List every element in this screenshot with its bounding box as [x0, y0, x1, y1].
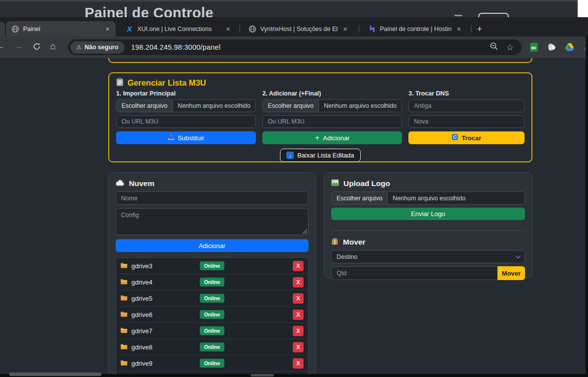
baixar-lista-button[interactable]: ↓ Baixar Lista Editada [280, 149, 361, 162]
card-divider [331, 230, 525, 231]
drive-row: gdrive5 Online X [116, 290, 308, 307]
xui-favicon-icon: X [125, 25, 133, 33]
chevron-down-icon [516, 253, 521, 258]
mover-button[interactable]: Mover [497, 266, 525, 280]
drive-remove-button[interactable]: X [293, 326, 304, 336]
mover-section-title: Mover [343, 238, 366, 247]
close-icon[interactable]: × [104, 25, 111, 32]
drive-status-badge: Online [200, 310, 225, 319]
import-file-input[interactable]: Escolher arquivo Nenhum arquivo escolhid… [116, 99, 256, 112]
substituir-label: Substituir [178, 134, 204, 142]
drive-row: gdrive9 Online X [116, 355, 308, 372]
tab-painel[interactable]: Painel × [6, 21, 116, 36]
dns-old-input[interactable] [408, 99, 525, 112]
drive-status-badge: Online [200, 326, 225, 335]
drive-row: gdrive7 Online X [116, 323, 308, 339]
close-icon[interactable]: × [225, 25, 231, 32]
cloud-adicionar-button[interactable]: Adicionar [116, 239, 309, 252]
package-icon [331, 238, 339, 247]
dns-new-input[interactable] [408, 115, 525, 128]
append-section-label: 2. Adicionar (+Final) [262, 90, 402, 97]
drive-name: gdrive4 [131, 279, 153, 286]
sheets-extension-icon[interactable] [528, 42, 539, 52]
drive-row: gdrive6 Online X [116, 307, 308, 323]
file-choose-button[interactable]: Escolher arquivo [332, 192, 388, 204]
back-icon[interactable]: ← [0, 41, 5, 52]
destination-select-value: Destino [337, 253, 357, 260]
destination-select[interactable]: Destino [331, 250, 525, 263]
substituir-button[interactable]: Substituir [116, 131, 256, 144]
tab-hostinger[interactable]: Painel de controle | Hostinger × [363, 21, 467, 36]
drive-name: gdrive6 [131, 311, 153, 318]
folder-icon [121, 359, 127, 368]
import-url-input[interactable] [116, 115, 256, 128]
dns-section-label: 3. Trocar DNS [408, 90, 525, 97]
logo-card-title: Upload Logo [343, 179, 390, 188]
resize-grip-icon[interactable] [302, 229, 307, 234]
adicionar-final-button[interactable]: + Adicionar [262, 131, 402, 144]
background-window-strip: Painel de Controle [0, 0, 578, 17]
file-choose-button[interactable]: Escolher arquivo [117, 100, 173, 112]
drive-name: gdrive9 [131, 360, 153, 367]
tab-xui[interactable]: X XUI.one | Live Connections × [120, 21, 236, 36]
m3u-card-title: Gerenciar Lista M3U [127, 78, 206, 88]
download-icon: ↓ [286, 152, 294, 159]
bottom-scrollbar-thumb[interactable] [9, 373, 101, 376]
url-text[interactable]: 198.204.245.98:3000/panel [131, 43, 221, 51]
qty-input[interactable] [331, 266, 497, 280]
drive-remove-button[interactable]: X [293, 310, 304, 320]
close-icon[interactable]: × [456, 25, 462, 32]
background-outlined-button[interactable] [478, 13, 509, 17]
drive-remove-button[interactable]: X [293, 261, 304, 271]
forward-icon[interactable]: → [14, 41, 23, 52]
tab-label: Painel [23, 26, 100, 32]
security-badge[interactable]: ⚠ Não seguro [70, 41, 124, 54]
reload-icon[interactable] [32, 42, 41, 53]
drive-remove-button[interactable]: X [293, 358, 304, 369]
dns-column: 3. Trocar DNS Trocar [408, 89, 525, 144]
close-icon[interactable]: × [342, 25, 348, 32]
cloud-config-textarea[interactable]: Config [116, 208, 309, 235]
m3u-manager-card: Gerenciar Lista M3U 1. Importar Principa… [108, 72, 532, 162]
file-choose-button[interactable]: Escolher arquivo [263, 100, 319, 112]
tab-vyntrixhost[interactable]: VyntrixHost | Soluções de Elite × [243, 21, 353, 36]
drive-remove-button[interactable]: X [293, 277, 304, 287]
import-section-label: 1. Importar Principal [116, 90, 256, 97]
enviar-logo-button[interactable]: Enviar Logo [331, 208, 525, 220]
file-status-text: Nenhum arquivo escolhido [388, 195, 470, 202]
logo-file-input[interactable]: Escolher arquivo Nenhum arquivo escolhid… [331, 191, 525, 205]
upload-icon [168, 134, 174, 142]
home-icon[interactable]: ⌂ [50, 41, 56, 52]
bookmark-star-icon[interactable]: ☆ [506, 42, 514, 53]
drive-remove-button[interactable]: X [293, 342, 304, 352]
trocar-button[interactable]: Trocar [408, 131, 525, 144]
circles-extension-icon[interactable] [547, 42, 557, 52]
append-file-input[interactable]: Escolher arquivo Nenhum arquivo escolhid… [262, 99, 402, 112]
cloud-icon [116, 179, 124, 188]
clipboard-icon [116, 78, 124, 88]
logo-card: Upload Logo Escolher arquivo Nenhum arqu… [324, 172, 532, 278]
import-column: 1. Importar Principal Escolher arquivo N… [116, 89, 256, 144]
bottom-scrollbar-thumb-small[interactable] [251, 374, 274, 377]
adicionar-final-label: Adicionar [323, 134, 349, 142]
folder-icon [121, 343, 127, 351]
tab-label: XUI.one | Live Connections [137, 26, 221, 32]
browser-toolbar: ← → ⌂ ⚠ Não seguro 198.204.245.98:3000/p… [0, 36, 588, 58]
append-url-input[interactable] [262, 115, 402, 128]
folder-icon [121, 310, 127, 319]
background-window-edge [0, 0, 578, 1]
new-tab-button[interactable]: + [477, 24, 482, 33]
address-bar[interactable]: ⚠ Não seguro 198.204.245.98:3000/panel ☆ [68, 39, 522, 55]
drive-remove-button[interactable]: X [293, 293, 304, 304]
globe-icon [11, 25, 19, 33]
zoom-out-icon[interactable] [490, 42, 498, 53]
drive-extension-icon[interactable] [564, 42, 575, 52]
partial-tab-stub [0, 22, 5, 36]
drive-status-badge: Online [200, 278, 225, 286]
drive-name: gdrive7 [131, 327, 153, 335]
tab-label: Painel de controle | Hostinger [380, 26, 452, 32]
refresh-icon [452, 134, 458, 142]
cloud-name-input[interactable] [116, 191, 309, 205]
hostinger-favicon-icon [368, 25, 376, 33]
cloud-drive-list: gdrive3 Online X gdrive4 Online X gdrive… [116, 257, 309, 377]
